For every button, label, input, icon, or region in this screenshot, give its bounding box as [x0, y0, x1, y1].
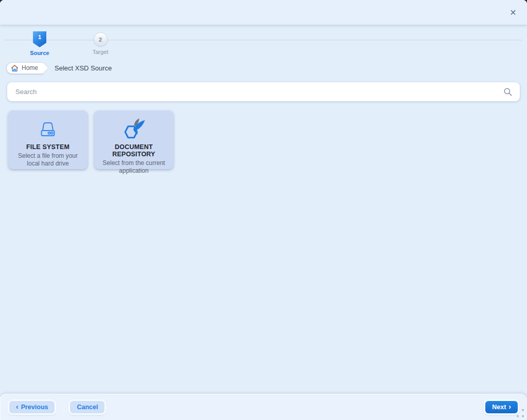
xsd-source-wizard-dialog: { "window": { "close_glyph": "✕" }, "ste…	[0, 0, 527, 420]
previous-button-label: Previous	[21, 404, 48, 411]
previous-button[interactable]: ‹ Previous	[9, 401, 55, 413]
stepper-step-source[interactable]: 1 Source	[22, 31, 58, 56]
home-button[interactable]: Home	[6, 62, 43, 74]
card-title: DOCUMENT REPOSITORY	[98, 143, 169, 158]
card-subtitle: Select from the current application	[98, 159, 169, 175]
document-repository-icon	[120, 118, 147, 141]
step-2-number: 2	[99, 36, 102, 43]
cancel-button-label: Cancel	[77, 404, 98, 411]
search-icon[interactable]	[503, 87, 513, 97]
card-title: FILE SYSTEM	[26, 143, 69, 151]
close-icon[interactable]: ✕	[507, 7, 519, 19]
cancel-button[interactable]: Cancel	[70, 401, 104, 413]
step-1-number: 1	[38, 34, 41, 40]
search-bar	[7, 82, 520, 101]
source-card-list: FILE SYSTEM Select a file from your loca…	[8, 111, 519, 169]
step-2-label: Target	[82, 49, 118, 55]
resize-grip[interactable]	[516, 409, 524, 417]
step-1-badge: 1	[33, 31, 46, 47]
step-1-label: Source	[22, 50, 58, 56]
page-title: Select XSD Source	[55, 64, 112, 72]
wizard-footer: ‹ Previous Cancel Next ›	[0, 394, 527, 420]
wizard-stepper: 1 Source 2 Target	[0, 25, 527, 59]
search-input[interactable]	[7, 82, 520, 101]
step-2-badge: 2	[94, 32, 108, 46]
next-button-label: Next	[492, 404, 506, 411]
card-subtitle: Select a file from your local hard drive	[12, 152, 83, 168]
card-file-system[interactable]: FILE SYSTEM Select a file from your loca…	[8, 111, 87, 169]
dialog-titlebar: ✕	[0, 0, 527, 25]
next-button[interactable]: Next ›	[485, 401, 518, 413]
chevron-right-icon: ›	[508, 403, 511, 410]
home-icon	[11, 64, 19, 72]
breadcrumb: Home Select XSD Source	[0, 60, 527, 76]
home-button-label: Home	[22, 64, 38, 71]
card-document-repository[interactable]: DOCUMENT REPOSITORY Select from the curr…	[94, 111, 173, 169]
chevron-left-icon: ‹	[16, 403, 19, 410]
hard-drive-icon	[35, 118, 61, 141]
stepper-step-target[interactable]: 2 Target	[82, 31, 118, 55]
